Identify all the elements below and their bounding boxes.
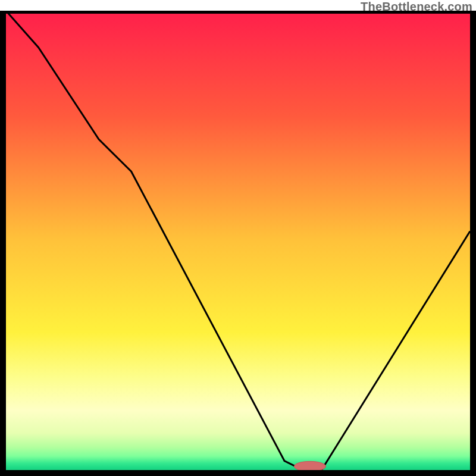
optimal-marker	[294, 461, 325, 471]
bottleneck-chart	[0, 11, 476, 476]
chart-container	[0, 11, 476, 476]
chart-background-gradient	[6, 11, 470, 470]
